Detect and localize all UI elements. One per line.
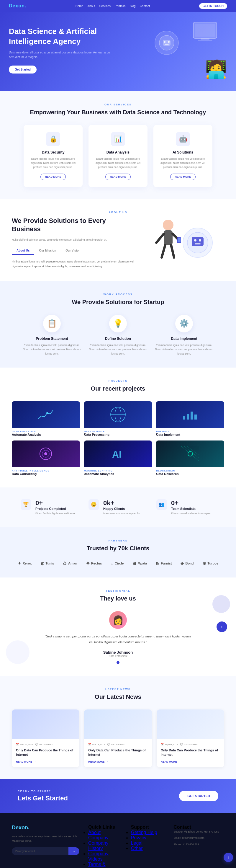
implement-title: Data Implement	[155, 337, 213, 341]
tab-about-us[interactable]: About Us	[12, 247, 34, 255]
news-title-2: Only Data Can Produce the Things of Inte…	[161, 748, 220, 757]
project-card-0[interactable]: Data Analytics Automate Analysis	[12, 401, 80, 436]
footer-link-about[interactable]: About Company	[88, 830, 108, 840]
news-img-0	[12, 709, 79, 739]
decor-circle-2	[6, 640, 30, 664]
footer-link-legal[interactable]: Legal	[131, 841, 142, 845]
analysis-title: Data Analysis	[94, 150, 142, 154]
process-cards: 📋 Problem Statement Etiam facilisis ligu…	[12, 315, 224, 356]
projects-label: PROJECTS	[12, 379, 224, 382]
project-title-4: Automate Analytics	[84, 472, 152, 476]
news-date-0: 📅 Nov 12,2019	[16, 743, 33, 746]
svg-rect-29	[187, 414, 189, 420]
footer-link-terms[interactable]: Terms & Conditions	[88, 862, 111, 868]
footer-link-help[interactable]: Getting Help	[131, 830, 157, 835]
hero-content: Data Science & Artificial Intelligence A…	[9, 27, 115, 73]
footer-link-other[interactable]: Other	[131, 846, 143, 851]
nav-link-services[interactable]: Services	[99, 4, 111, 8]
footer-brand-col: Dexon. ante malesuada amet vulputate con…	[12, 825, 79, 868]
project-card-4[interactable]: AI Machine Learning Automate Analytics	[84, 440, 152, 476]
scroll-to-top-button[interactable]: ↑	[224, 852, 233, 862]
project-card-3[interactable]: Artificial Intelligence Data Consulting	[12, 440, 80, 476]
client-bond: ◈Bond	[180, 561, 194, 566]
client-mpata: ⊞Mpata	[132, 561, 147, 566]
cta-button[interactable]: GET STARTED	[179, 790, 218, 801]
testimonial-next-btn[interactable]: ›	[216, 621, 227, 632]
problem-icon: 📋	[43, 315, 61, 333]
project-card-1[interactable]: Data Science Data Processing	[84, 401, 152, 436]
news-read-more-1[interactable]: READ MORE →	[88, 760, 147, 763]
stat-clients: 😊 0k+ Happy Clients Maecenas commodo sap…	[89, 499, 147, 516]
news-meta-2: 📅 Sep 08,2019 💬 0 Comments	[161, 743, 220, 746]
svg-line-38	[187, 446, 199, 455]
nav-link-blog[interactable]: Blog	[130, 4, 136, 8]
robot-illustration	[154, 30, 180, 56]
testimonials-section: TESTIMONIAL They love us 👩 "Sed a magna …	[0, 578, 236, 676]
about-title: We Provide Solutions to Every Business	[12, 217, 136, 234]
footer-email-input[interactable]	[12, 847, 68, 855]
stat-scientists-label: Team Scientists	[171, 507, 211, 510]
stat-scientists-number: 0+	[171, 499, 211, 507]
news-read-more-0[interactable]: READ MORE →	[16, 760, 75, 763]
process-section: WORK PROCESS We Provide Solutions for St…	[0, 281, 236, 368]
process-card-implement: ⚙️ Data Implement Etiam facilisis ligula…	[155, 315, 213, 356]
nav-link-home[interactable]: Home	[75, 4, 83, 8]
security-read-more[interactable]: READ MORE	[40, 174, 66, 180]
stat-projects-icon: 🏆	[21, 499, 31, 510]
news-read-more-2[interactable]: READ MORE →	[161, 760, 220, 763]
footer-support-title: Support	[131, 825, 165, 830]
stat-clients-number: 0k+	[103, 499, 140, 507]
trusted-section: PARTNERS Trusted by 70k Clients ✦Xerox ◐…	[0, 527, 236, 578]
nav-link-about[interactable]: About	[87, 4, 95, 8]
svg-rect-23	[178, 238, 180, 242]
analysis-read-more[interactable]: READ MORE	[105, 174, 130, 180]
project-title-5: Data Research	[156, 472, 224, 476]
project-card-5[interactable]: Blockchain Data Research	[156, 440, 224, 476]
svg-point-34	[44, 452, 47, 455]
clients-row: ✦Xerox ◐Tunis ♺Aman ❋Rectus ○Circle ⊞Mpa…	[12, 561, 224, 566]
implement-desc: Etiam facilisis ligula nec velit posuere…	[155, 343, 213, 356]
news-title-1: Only Data Can Produce the Things of Inte…	[88, 748, 147, 757]
ai-read-more[interactable]: READ MORE	[170, 174, 195, 180]
svg-rect-31	[194, 414, 197, 420]
implement-icon: ⚙️	[175, 315, 193, 333]
svg-rect-2	[201, 38, 209, 40]
svg-point-16	[163, 220, 173, 230]
news-body-2: 📅 Sep 08,2019 💬 0 Comments Only Data Can…	[157, 739, 224, 767]
project-category-0: Data Analytics	[12, 430, 80, 433]
tab-our-vision[interactable]: Our Vision	[61, 247, 85, 255]
footer-desc: ante malesuada amet vulputate consectetu…	[12, 834, 79, 843]
tab-our-mission[interactable]: Our Mission	[34, 247, 61, 255]
project-img-0	[12, 401, 80, 428]
problem-desc: Etiam facilisis ligula nec velit posuere…	[23, 343, 81, 356]
news-card-1[interactable]: 📅 Oct 18,2019 💬 0 Comments Only Data Can…	[84, 709, 151, 767]
footer-link-videos[interactable]: Company Videos	[88, 851, 108, 862]
project-title-0: Automate Analysis	[12, 433, 80, 436]
footer-logo: Dexon.	[12, 825, 79, 831]
ai-title: AI Solutions	[159, 150, 206, 154]
service-card-analysis: 📊 Data Analysis Etiam facilisis ligula n…	[89, 125, 147, 187]
footer-phone: Phone: +123 456 789	[173, 843, 224, 847]
testimonial-role: Data Enthusiast	[44, 655, 192, 657]
about-right	[147, 216, 224, 269]
testimonial-nav-dot[interactable]	[116, 661, 120, 664]
project-card-2[interactable]: Big Data Data Implement	[156, 401, 224, 436]
hero-cta-button[interactable]: Get Started	[9, 66, 37, 73]
nav-link-portfolio[interactable]: Portfolio	[115, 4, 126, 8]
footer-email: Email: info@yourmail.com	[173, 836, 224, 840]
svg-rect-28	[183, 416, 185, 420]
project-title-2: Data Implement	[156, 433, 224, 436]
news-card-2[interactable]: 📅 Sep 08,2019 💬 0 Comments Only Data Can…	[157, 709, 224, 767]
footer-subscribe-button[interactable]: →	[68, 847, 79, 855]
services-label: OUR SERVICES	[12, 103, 224, 106]
news-section: LATEST NEWS Our Latest News 📅 Nov 12,201…	[0, 676, 236, 779]
news-card-0[interactable]: 📅 Nov 12,2019 💬 0 Comments Only Data Can…	[12, 709, 79, 767]
testimonial-box: 👩 "Sed a magna semper, porta purus eu, u…	[44, 611, 192, 664]
monitor-illustration	[189, 21, 221, 47]
about-content: Finibus Etiam ligula nec velit posuere e…	[12, 259, 136, 269]
footer-link-history[interactable]: Company History	[88, 841, 108, 851]
project-title-3: Data Consulting	[12, 472, 80, 476]
nav-link-contact[interactable]: Contact	[140, 4, 150, 8]
nav-cta-button[interactable]: GET IN TOUCH	[199, 3, 227, 9]
footer-link-privacy[interactable]: Privacy	[131, 835, 146, 840]
